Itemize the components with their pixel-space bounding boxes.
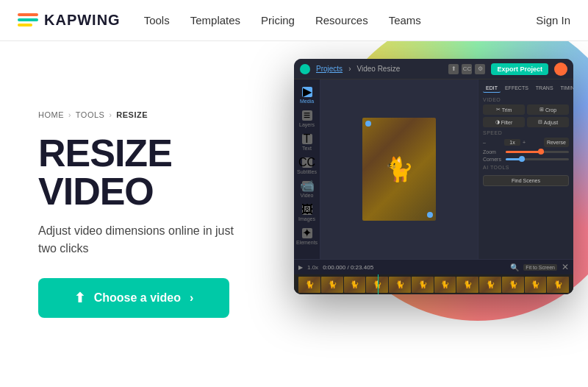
nav-templates[interactable]: Templates (190, 14, 240, 26)
fit-to-screen-button[interactable]: Fit to Screen (523, 264, 557, 271)
cta-button[interactable]: ⬆ Choose a video › (38, 278, 229, 318)
speed-input[interactable]: 1x (504, 139, 520, 146)
find-scenes-button[interactable]: Find Scenes (483, 175, 569, 186)
toolbar-media[interactable]: ▶ Media (296, 84, 318, 106)
hero-description: Adjust video dimensions online in just t… (38, 222, 244, 258)
hero-section: HOME › TOOLS › RESIZE RESIZE VIDEO Adjus… (0, 41, 279, 387)
filter-button[interactable]: ◑ Filter (483, 117, 525, 127)
editor-canvas: 🐈 (320, 79, 478, 259)
playhead[interactable] (378, 274, 379, 294)
export-button[interactable]: Export Project (491, 63, 548, 75)
nav-teams[interactable]: Teams (389, 14, 421, 26)
corners-row: Corners (483, 157, 569, 162)
crop-button[interactable]: ⊞ Crop (527, 104, 569, 115)
elements-label: Elements (296, 240, 318, 245)
breadcrumb-tools[interactable]: TOOLS (76, 110, 105, 119)
editor-toolbar: ▶ Media ≡ Layers T Text CC Subtitles (294, 79, 320, 259)
logo[interactable]: KAPWING (18, 12, 121, 29)
frame-3: 🐈 (344, 277, 366, 293)
speed-label: – (483, 140, 502, 145)
trim-button[interactable]: ✂ Trim (483, 104, 525, 115)
subtitles-label: Subtitles (297, 169, 317, 174)
breadcrumb-sep1: › (68, 111, 71, 119)
tab-timing[interactable]: TIMING (558, 84, 573, 93)
zoom-slider[interactable] (506, 151, 569, 153)
settings-icon[interactable]: ⚙ (475, 64, 485, 74)
filter-icon: ◑ (495, 119, 500, 125)
adjust-button[interactable]: ⊟ Adjust (527, 117, 569, 127)
editor-body: ▶ Media ≡ Layers T Text CC Subtitles (294, 79, 573, 259)
project-icon (300, 64, 310, 74)
upload-icon[interactable]: ⬆ (448, 64, 459, 74)
corners-thumb (519, 156, 525, 162)
editor-mockup: Projects › Video Resize ⬆ CC ⚙ Export Pr… (294, 59, 573, 294)
video-icon: 📹 (302, 181, 312, 191)
tab-edit[interactable]: EDIT (483, 84, 501, 93)
frame-8: 🐈 (456, 277, 478, 293)
right-section: Projects › Video Resize ⬆ CC ⚙ Export Pr… (279, 41, 588, 387)
toolbar-subtitles[interactable]: CC Subtitles (296, 155, 318, 177)
media-label: Media (300, 99, 314, 104)
frame-11: 🐈 (525, 277, 547, 293)
layers-icon: ≡ (302, 110, 312, 121)
resize-handle-br[interactable] (427, 212, 433, 218)
ai-tools-label: AI TOOLS (483, 165, 569, 170)
frame-9: 🐈 (479, 277, 501, 293)
video-section-label: VIDEO (483, 97, 569, 102)
toolbar-text[interactable]: T Text (296, 131, 318, 153)
images-label: Images (298, 216, 315, 221)
timeline-controls: ▶ 1.0x 0:00.000 / 0:23.405 🔍 Fit to Scre… (294, 260, 573, 274)
signin-link[interactable]: Sign In (536, 14, 570, 26)
crop-icon: ⊞ (539, 107, 544, 113)
editor-timeline: ▶ 1.0x 0:00.000 / 0:23.405 🔍 Fit to Scre… (294, 259, 573, 294)
frame-5: 🐈 (389, 277, 411, 293)
canvas-video: 🐈 (362, 118, 436, 221)
frame-2: 🐈 (321, 277, 343, 293)
logo-icon (18, 13, 38, 28)
toolbar-video[interactable]: 📹 Video (296, 178, 318, 200)
text-icon: T (302, 134, 312, 144)
navigation: KAPWING Tools Templates Pricing Resource… (0, 0, 588, 41)
zoom-in-icon[interactable]: 🔍 (510, 263, 519, 271)
close-timeline-button[interactable]: ✕ (562, 262, 569, 272)
video-label: Video (301, 193, 314, 198)
play-button[interactable]: ▶ (298, 264, 303, 271)
breadcrumb-current: RESIZE (116, 110, 148, 119)
corners-slider[interactable] (506, 158, 569, 160)
breadcrumb-home[interactable]: HOME (38, 110, 64, 119)
frame-10: 🐈 (502, 277, 524, 293)
main-content: HOME › TOOLS › RESIZE RESIZE VIDEO Adjus… (0, 41, 588, 387)
page-title-editor: Video Resize (356, 65, 400, 73)
nav-resources[interactable]: Resources (315, 14, 368, 26)
page-title: RESIZE VIDEO (38, 134, 256, 210)
breadcrumb: HOME › TOOLS › RESIZE (38, 110, 256, 119)
layers-label: Layers (299, 122, 315, 127)
speed-display: 1.0x (307, 264, 318, 271)
nav-tools[interactable]: Tools (144, 14, 170, 26)
tab-effects[interactable]: EFFECTS (502, 84, 531, 93)
reverse-button[interactable]: Reverse (544, 138, 569, 147)
images-icon: 🖼 (302, 205, 312, 215)
frame-1: 🐈 (298, 277, 320, 293)
breadcrumb-sep2: › (109, 111, 112, 119)
media-icon: ▶ (302, 87, 312, 97)
logo-text: KAPWING (44, 12, 121, 29)
editor-right-panel: EDIT EFFECTS TRANS TIMING VIDEO ✂ Trim ⊞ (478, 79, 573, 259)
zoom-row: Zoom (483, 149, 569, 155)
upload-icon: ⬆ (74, 290, 85, 306)
elements-icon: ✦ (302, 228, 312, 238)
filter-adjust-row: ◑ Filter ⊟ Adjust (483, 117, 569, 127)
video-content: 🐈 (362, 118, 436, 221)
topbar-separator: › (348, 65, 351, 73)
nav-pricing[interactable]: Pricing (261, 14, 295, 26)
toolbar-layers[interactable]: ≡ Layers (296, 107, 318, 129)
speed-plus: + (523, 140, 542, 145)
zoom-label: Zoom (483, 149, 503, 155)
toolbar-images[interactable]: 🖼 Images (296, 202, 318, 224)
toolbar-elements[interactable]: ✦ Elements (296, 225, 318, 247)
resize-handle-tl[interactable] (365, 121, 371, 127)
tab-transitions[interactable]: TRANS (533, 84, 556, 93)
projects-link[interactable]: Projects (316, 65, 343, 73)
timeline-bar[interactable]: 🐈 🐈 🐈 🐈 🐈 🐈 🐈 🐈 🐈 🐈 🐈 🐈 (294, 274, 573, 294)
subtitles-icon[interactable]: CC (462, 64, 472, 74)
